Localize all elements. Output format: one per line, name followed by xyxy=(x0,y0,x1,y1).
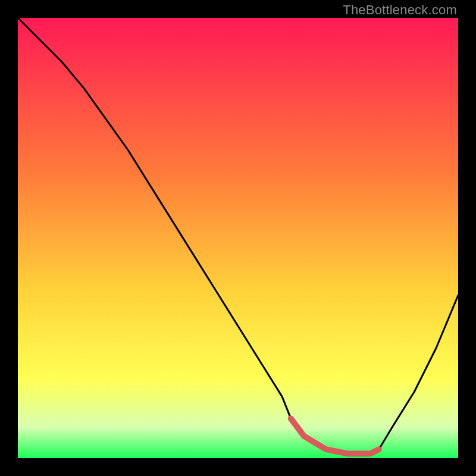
watermark-label: TheBottleneck.com xyxy=(343,2,457,18)
optimal-range-highlight xyxy=(291,418,379,453)
chart-container: TheBottleneck.com xyxy=(0,0,476,476)
plot-area xyxy=(18,18,458,458)
bottleneck-curve xyxy=(18,18,458,454)
curve-layer xyxy=(18,18,458,458)
